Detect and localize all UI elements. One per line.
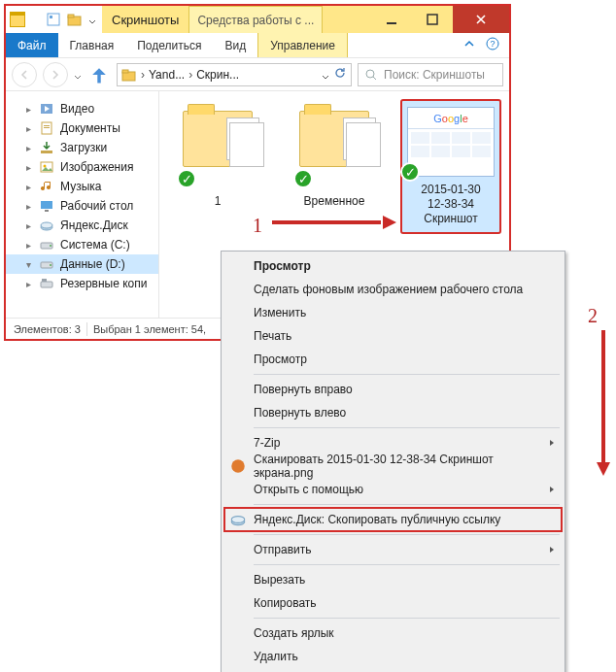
menu-item-label: Изменить: [254, 306, 306, 319]
menu-item-3[interactable]: Печать: [224, 324, 562, 348]
expand-icon[interactable]: ▸: [23, 279, 33, 289]
tree-item-icon: [39, 237, 54, 252]
chevron-right-icon[interactable]: ›: [188, 68, 192, 82]
crumb-screenshots[interactable]: Скрин...: [196, 68, 239, 82]
expand-icon[interactable]: ▸: [23, 123, 33, 134]
sidebar-item-6[interactable]: ▸Яндекс.Диск: [6, 216, 158, 235]
svg-point-24: [50, 245, 51, 247]
expand-icon[interactable]: ▾: [23, 259, 33, 270]
menu-item-17[interactable]: Вырезать: [224, 568, 562, 591]
help-icon[interactable]: ?: [486, 37, 499, 53]
file-item-2[interactable]: Google✓2015-01-3012-38-34Скриншот: [402, 101, 499, 232]
file-name: 2015-01-3012-38-34Скриншот: [406, 183, 496, 226]
menu-item-11[interactable]: Открыть с помощью: [224, 478, 562, 501]
sidebar-item-8[interactable]: ▾Данные (D:): [6, 254, 158, 274]
menu-item-20[interactable]: Создать ярлык: [224, 622, 562, 645]
sidebar-item-1[interactable]: ▸Документы: [6, 118, 158, 138]
tab-manage[interactable]: Управление: [257, 33, 348, 57]
menu-item-label: Открыть с помощью: [254, 483, 363, 496]
minimize-button[interactable]: [371, 6, 412, 33]
svg-rect-14: [44, 125, 50, 126]
sidebar-item-5[interactable]: ▸Рабочий стол: [6, 196, 158, 216]
folder-icon: [10, 12, 25, 27]
tree-item-icon: [39, 179, 54, 194]
tab-file[interactable]: Файл: [6, 33, 58, 57]
menu-item-label: Создать ярлык: [254, 626, 334, 640]
menu-item-0[interactable]: Просмотр: [224, 254, 562, 278]
tree-item-icon: [39, 159, 54, 175]
contextual-tab[interactable]: Средства работы с ...: [188, 6, 323, 33]
sidebar-item-0[interactable]: ▸Видео: [6, 99, 158, 118]
titlebar-left: [6, 6, 29, 33]
sidebar-item-4[interactable]: ▸Музыка: [6, 177, 158, 196]
history-dropdown-icon[interactable]: [74, 71, 82, 79]
menu-separator: [254, 534, 560, 535]
crumb-yandex[interactable]: Yand...: [149, 68, 185, 82]
tree-item-label: Рабочий стол: [60, 199, 133, 213]
breadcrumb[interactable]: › Yand... › Скрин...: [117, 63, 352, 86]
menu-item-6[interactable]: Повернуть вправо: [224, 378, 562, 401]
expand-icon[interactable]: ▸: [23, 143, 33, 153]
tree-item-label: Видео: [60, 102, 94, 116]
expand-icon[interactable]: ▸: [23, 201, 33, 212]
svg-point-22: [41, 222, 52, 228]
menu-item-18[interactable]: Копировать: [224, 591, 562, 615]
menu-item-2[interactable]: Изменить: [224, 301, 562, 324]
expand-icon[interactable]: ▸: [23, 220, 33, 231]
properties-icon[interactable]: [46, 12, 61, 27]
tree-item-label: Яндекс.Диск: [60, 218, 128, 232]
svg-rect-9: [122, 70, 128, 73]
menu-item-7[interactable]: Повернуть влево: [224, 401, 562, 424]
expand-icon[interactable]: ▸: [23, 162, 33, 173]
submenu-arrow-icon: [548, 437, 556, 449]
file-item-1[interactable]: ✓Временное: [286, 101, 383, 209]
menu-item-15[interactable]: Отправить: [224, 538, 562, 561]
arrow-2: [597, 330, 610, 476]
menu-item-21[interactable]: Удалить: [224, 645, 562, 668]
sidebar-item-3[interactable]: ▸Изображения: [6, 157, 158, 177]
menu-item-label: Повернуть влево: [254, 406, 346, 420]
chevron-right-icon[interactable]: ›: [141, 68, 145, 82]
menu-item-22[interactable]: Переименовать: [224, 668, 562, 672]
menu-item-13[interactable]: Яндекс.Диск: Скопировать публичную ссылк…: [224, 508, 562, 531]
expand-icon[interactable]: ▸: [23, 104, 33, 115]
menu-item-label: Вырезать: [254, 573, 305, 587]
expand-icon[interactable]: ▸: [23, 182, 33, 192]
status-count: Элементов: 3: [14, 323, 81, 335]
sidebar-item-7[interactable]: ▸Система (C:): [6, 235, 158, 254]
tree-item-label: Изображения: [60, 160, 133, 174]
new-folder-icon[interactable]: [67, 12, 83, 27]
sidebar-item-2[interactable]: ▸Загрузки: [6, 138, 158, 157]
file-item-0[interactable]: ✓1: [169, 101, 266, 209]
tab-view[interactable]: Вид: [213, 33, 257, 57]
quick-access-toolbar: [29, 6, 102, 33]
ribbon: Файл Главная Поделиться Вид Управление ?: [6, 33, 509, 58]
annotation-1: 1: [253, 216, 262, 235]
menu-item-1[interactable]: Сделать фоновым изображением рабочего ст…: [224, 278, 562, 301]
ribbon-expand-icon[interactable]: [462, 37, 476, 53]
menu-item-label: Просмотр: [254, 353, 307, 366]
tab-main[interactable]: Главная: [58, 33, 126, 57]
tree-item-label: Документы: [60, 121, 120, 135]
refresh-icon[interactable]: [333, 66, 347, 83]
forward-button[interactable]: [43, 62, 68, 87]
tree-item-icon: [39, 218, 54, 233]
up-button[interactable]: [87, 63, 111, 86]
qa-dropdown-icon[interactable]: [88, 16, 96, 23]
close-button[interactable]: [453, 6, 509, 33]
submenu-arrow-icon: [548, 484, 556, 495]
file-name: 1: [169, 194, 266, 209]
menu-item-10[interactable]: Сканировать 2015-01-30 12-38-34 Скриншот…: [224, 454, 562, 478]
search-input[interactable]: Поиск: Скриншоты: [358, 63, 503, 86]
menu-item-9[interactable]: 7-Zip: [224, 431, 562, 454]
file-name: Временное: [286, 194, 383, 209]
tab-share[interactable]: Поделиться: [125, 33, 213, 57]
nav-tree[interactable]: ▸Видео▸Документы▸Загрузки▸Изображения▸Му…: [6, 91, 159, 318]
menu-item-label: Повернуть вправо: [254, 383, 353, 396]
sidebar-item-9[interactable]: ▸Резервные копи: [6, 274, 158, 293]
back-button[interactable]: [12, 62, 37, 87]
expand-icon[interactable]: ▸: [23, 240, 33, 251]
crumb-dropdown-icon[interactable]: [322, 71, 329, 79]
menu-item-4[interactable]: Просмотр: [224, 348, 562, 371]
maximize-button[interactable]: [412, 6, 453, 33]
